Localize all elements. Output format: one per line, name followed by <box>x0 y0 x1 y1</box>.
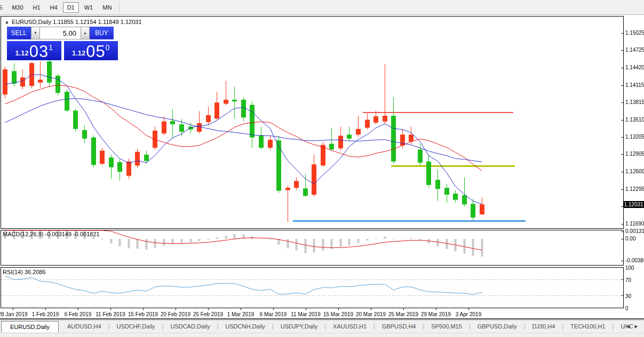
rsi-axis-label: 100 <box>625 265 634 271</box>
date-axis-label: 25 Mar 2019 <box>388 311 418 317</box>
rsi-axis-label: 30 <box>625 293 631 299</box>
spinner-up-icon: ▲ <box>83 31 87 35</box>
rsi-axis-label: 70 <box>625 277 631 283</box>
tab-item[interactable]: GBPUSD,H4 <box>375 323 423 330</box>
sell-button[interactable]: SELL <box>7 27 31 39</box>
buy-price-base: 1.12 <box>72 49 85 57</box>
volume-decrease-button[interactable]: ▼ <box>31 27 40 39</box>
tab-item[interactable]: XAUUSD,H1 <box>326 323 373 330</box>
price-axis-label: 1.13510 <box>625 117 644 123</box>
price-axis-label: 1.12295 <box>625 186 644 192</box>
date-axis-label: 1 Mar 2019 <box>227 311 255 317</box>
timeframe-button-M30[interactable]: M30 <box>7 2 27 13</box>
sell-price-base: 1.12 <box>15 49 28 57</box>
volume-input[interactable] <box>40 27 81 39</box>
tab-item[interactable]: DJ30,H4 <box>526 323 562 330</box>
price-axis-label: 1.13205 <box>625 134 644 140</box>
buy-price-big: 05 <box>86 44 105 59</box>
spinner-down-icon: ▼ <box>34 31 37 35</box>
sell-price-display[interactable]: 1.12 03 1 <box>7 41 61 60</box>
buy-button[interactable]: BUY <box>90 27 114 39</box>
tab-item-active[interactable]: EURUSD,Daily <box>1 321 59 332</box>
timeframe-button-W1[interactable]: W1 <box>80 2 98 13</box>
macd-axis-label: -0.00386 <box>625 258 644 263</box>
chart-tabs-bar: EURUSD,Daily AUDUSD,H4|USDCHF,Daily|USDC… <box>0 319 644 333</box>
price-axis-label: 1.12600 <box>625 168 644 174</box>
date-axis-label: 6 Mar 2019 <box>260 311 287 317</box>
price-axis-label: 1.14420 <box>625 65 644 70</box>
tab-item[interactable]: SP500,M15 <box>424 323 468 330</box>
price-axis-label: 1.15025 <box>625 30 644 36</box>
timeframe-button-MN[interactable]: MN <box>98 2 116 13</box>
one-click-trading-panel: SELL ▼ ▲ BUY 1.12 03 1 1.12 05 <box>7 27 118 60</box>
tab-item[interactable]: USDCNH,Daily <box>218 323 272 330</box>
tab-item[interactable]: TECH100,H1 <box>563 323 612 330</box>
toolbar-separator <box>120 2 121 13</box>
timeframe-toolbar: 5M30H1H4D1W1MN <box>0 0 644 15</box>
date-axis-label: 11 Mar 2019 <box>291 311 320 317</box>
macd-axis-label: 0.00 <box>625 236 635 242</box>
date-axis-label: 15 Mar 2019 <box>323 311 353 317</box>
sell-price-big: 03 <box>29 44 49 59</box>
tab-item[interactable]: USDCAD,Daily <box>163 323 217 330</box>
price-axis-label: 1.13815 <box>625 99 644 105</box>
date-axis-label: 20 Mar 2019 <box>356 311 386 317</box>
bottom-strip <box>0 333 644 337</box>
macd-label: MACD(12,26,9) -0.003149 -0.001821 <box>3 231 100 237</box>
volume-increase-button[interactable]: ▲ <box>81 27 90 39</box>
timeframe-button-H4[interactable]: H4 <box>46 2 62 13</box>
rsi-axis-label: 0 <box>625 306 629 311</box>
timeframe-button-H1[interactable]: H1 <box>29 2 45 13</box>
timeframe-button-D1[interactable]: D1 <box>63 2 79 13</box>
collapse-icon[interactable]: ▲ <box>5 20 9 25</box>
date-axis-label: 1 Feb 2019 <box>32 311 59 317</box>
chart-header: ▲EURUSD,Daily 1.11855 1.12154 1.11849 1.… <box>5 19 142 25</box>
chart-title: EURUSD,Daily 1.11855 1.12154 1.11849 1.1… <box>12 19 142 25</box>
buy-price-pip: 0 <box>106 43 110 52</box>
date-axis-label: 28 Jan 2019 <box>0 311 28 317</box>
tab-item[interactable]: USDCHF,Daily <box>109 323 162 330</box>
chart-workspace: ▲EURUSD,Daily 1.11855 1.12154 1.11849 1.… <box>0 15 644 319</box>
date-axis-label: 15 Feb 2019 <box>128 311 158 317</box>
tab-item[interactable]: USDJPY,Daily <box>274 323 325 330</box>
tab-item[interactable]: AUDUSD,H4 <box>60 323 108 330</box>
timeframe-button-5[interactable]: 5 <box>0 2 6 13</box>
macd-values: -0.003149 -0.001821 <box>45 231 99 237</box>
rsi-label: RSI(14) 36.2086 <box>3 269 46 275</box>
price-axis-label: 1.14725 <box>625 47 644 53</box>
date-axis-label: 11 Feb 2019 <box>96 311 125 317</box>
rsi-value: 36.2086 <box>25 269 46 275</box>
date-axis-label: 3 Apr 2019 <box>456 311 481 317</box>
date-axis-label: 6 Feb 2019 <box>65 311 92 317</box>
date-axis-label: 29 Mar 2019 <box>421 311 451 317</box>
current-price-tag: 1.12031 <box>623 201 644 208</box>
tab-item[interactable]: GBPUSD,Daily <box>471 323 524 330</box>
date-axis-label: 25 Feb 2019 <box>193 311 223 317</box>
sell-price-pip: 1 <box>49 43 53 52</box>
price-axis-label: 1.11690 <box>625 221 644 227</box>
price-axis-label: 1.12905 <box>625 151 644 157</box>
buy-price-display[interactable]: 1.12 05 0 <box>64 41 118 60</box>
tab-scroll-arrows[interactable]: ◄► <box>626 324 642 329</box>
date-axis-label: 20 Feb 2019 <box>161 311 190 317</box>
price-axis-label: 1.14115 <box>625 82 644 88</box>
macd-axis-label: 0.001313 <box>625 228 644 234</box>
